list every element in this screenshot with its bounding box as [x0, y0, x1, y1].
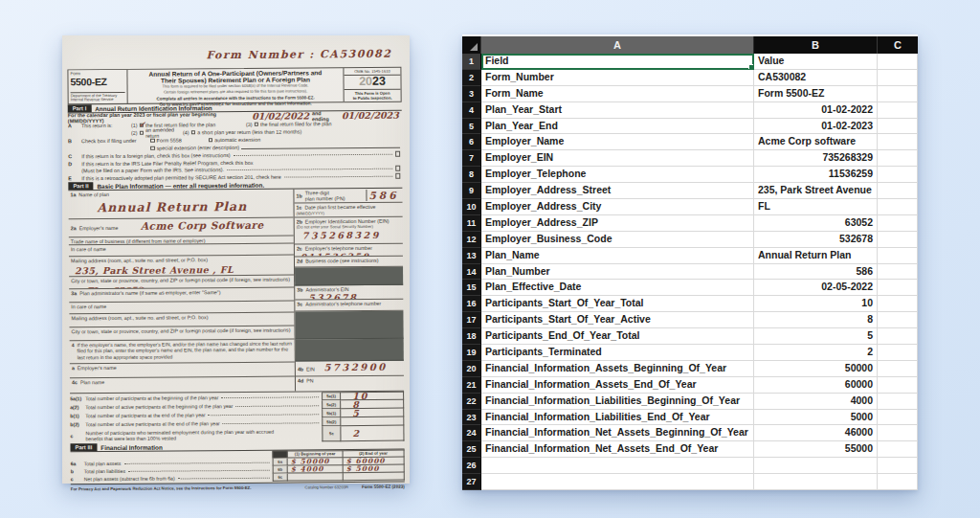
cell-a[interactable]: Financial_Information_Assets_Beginning_O…	[481, 361, 754, 377]
row-number[interactable]: 24	[462, 425, 481, 441]
cell-c[interactable]	[878, 474, 918, 490]
cell-a[interactable]: Employer_Address_City	[481, 199, 754, 215]
cell-b[interactable]: Value	[754, 54, 878, 70]
column-header-a[interactable]: A	[481, 36, 754, 54]
row-number[interactable]: 4	[462, 102, 481, 119]
cell-c[interactable]	[878, 86, 918, 102]
cell-c[interactable]	[878, 425, 918, 441]
cell-c[interactable]	[878, 296, 918, 312]
cell-a[interactable]: Employer_Telephone	[481, 167, 754, 183]
cell-a[interactable]: Plan_Name	[481, 248, 754, 264]
column-header-b[interactable]: B	[754, 36, 878, 54]
cell-c[interactable]	[878, 215, 918, 232]
cell-b[interactable]: 11536259	[754, 167, 878, 183]
row-number[interactable]: 16	[462, 296, 481, 312]
row-number[interactable]: 1	[462, 54, 481, 70]
cell-a[interactable]: Plan_Effective_Date	[481, 280, 754, 296]
cell-c[interactable]	[878, 167, 918, 183]
row-number[interactable]: 14	[462, 264, 481, 281]
cell-b[interactable]: 02-05-2022	[754, 280, 878, 296]
cell-c[interactable]	[878, 248, 918, 264]
cell-c[interactable]	[878, 199, 918, 215]
cell-c[interactable]	[878, 280, 918, 296]
cell-b[interactable]: Acme Corp software	[754, 134, 878, 150]
cell-c[interactable]	[878, 458, 918, 474]
cell-a[interactable]: Form_Number	[481, 70, 754, 86]
cell-a[interactable]: Employer_Address_Street	[481, 183, 754, 199]
cell-a[interactable]	[481, 474, 754, 490]
cell-a[interactable]: Financial_Information_Net_Assets_Beginni…	[481, 425, 754, 441]
row-number[interactable]: 17	[462, 312, 481, 328]
cell-b[interactable]: 235, Park Street Avenue	[754, 183, 878, 199]
cell-a[interactable]: Field	[481, 54, 754, 70]
row-number[interactable]: 13	[462, 248, 481, 264]
cell-b[interactable]: 46000	[754, 425, 878, 441]
cell-b[interactable]: Form 5500-EZ	[754, 86, 878, 102]
cell-a[interactable]: Participants_End_Of_Year_Total	[481, 328, 754, 345]
cell-b[interactable]: 50000	[754, 361, 878, 377]
cell-b[interactable]: 4000	[754, 394, 878, 410]
row-number[interactable]: 8	[462, 167, 481, 183]
cell-a[interactable]: Employer_Name	[481, 134, 754, 150]
row-number[interactable]: 12	[462, 232, 481, 248]
cell-b[interactable]	[754, 474, 878, 490]
cell-b[interactable]: 532678	[754, 232, 878, 248]
cell-a[interactable]: Financial_Information_Liabilities_End_Of…	[481, 410, 754, 426]
cell-a[interactable]: Plan_Year_Start	[481, 102, 754, 119]
cell-c[interactable]	[878, 264, 918, 281]
cell-b[interactable]: 01-02-2022	[754, 102, 878, 119]
cell-a[interactable]: Employer_Business_Code	[481, 232, 754, 248]
cell-b[interactable]: 63052	[754, 215, 878, 232]
cell-c[interactable]	[878, 134, 918, 150]
cell-c[interactable]	[878, 394, 918, 410]
cell-a[interactable]: Employer_EIN	[481, 150, 754, 167]
cell-a[interactable]: Participants_Terminated	[481, 345, 754, 361]
cell-c[interactable]	[878, 102, 918, 119]
cell-a[interactable]: Participants_Start_Of_Year_Active	[481, 312, 754, 328]
cell-c[interactable]	[878, 345, 918, 361]
cell-a[interactable]: Financial_Information_Liabilities_Beginn…	[481, 394, 754, 410]
cell-a[interactable]: Plan_Number	[481, 264, 754, 281]
cell-b[interactable]: 8	[754, 312, 878, 328]
cell-c[interactable]	[878, 328, 918, 345]
cell-b[interactable]	[754, 458, 878, 474]
cell-b[interactable]: 5	[754, 328, 878, 345]
row-number[interactable]: 19	[462, 345, 481, 361]
cell-b[interactable]: 2	[754, 345, 878, 361]
row-number[interactable]: 5	[462, 119, 481, 135]
cell-c[interactable]	[878, 183, 918, 199]
cell-a[interactable]: Financial_Information_Assets_End_Of_Year	[481, 377, 754, 394]
row-number[interactable]: 6	[462, 134, 481, 150]
cell-b[interactable]: FL	[754, 199, 878, 215]
row-number[interactable]: 15	[462, 280, 481, 296]
row-number[interactable]: 10	[462, 199, 481, 215]
cell-c[interactable]	[878, 377, 918, 394]
cell-b[interactable]: Annual Return Plan	[754, 248, 878, 264]
cell-b[interactable]: 735268329	[754, 150, 878, 167]
row-number[interactable]: 7	[462, 150, 481, 167]
cell-c[interactable]	[878, 70, 918, 86]
cell-a[interactable]: Form_Name	[481, 86, 754, 102]
cell-c[interactable]	[878, 150, 918, 167]
row-number[interactable]: 3	[462, 86, 481, 102]
cell-c[interactable]	[878, 119, 918, 135]
cell-b[interactable]: 5000	[754, 410, 878, 426]
cell-c[interactable]	[878, 441, 918, 458]
cell-b[interactable]: 10	[754, 296, 878, 312]
cell-b[interactable]: 55000	[754, 441, 878, 458]
cell-a[interactable]: Financial_Information_Net_Assets_End_Of_…	[481, 441, 754, 458]
cell-c[interactable]	[878, 312, 918, 328]
cell-c[interactable]	[878, 54, 918, 70]
row-number[interactable]: 25	[462, 441, 481, 458]
row-number[interactable]: 27	[462, 474, 481, 490]
row-number[interactable]: 11	[462, 215, 481, 232]
cell-c[interactable]	[878, 410, 918, 426]
cell-a[interactable]: Plan_Year_End	[481, 119, 754, 135]
cell-b[interactable]: CA530082	[754, 70, 878, 86]
cell-a[interactable]: Participants_Start_Of_Year_Total	[481, 296, 754, 312]
cell-c[interactable]	[878, 361, 918, 377]
row-number[interactable]: 22	[462, 394, 481, 410]
row-number[interactable]: 2	[462, 70, 481, 86]
cell-a[interactable]	[481, 458, 754, 474]
row-number[interactable]: 9	[462, 183, 481, 199]
